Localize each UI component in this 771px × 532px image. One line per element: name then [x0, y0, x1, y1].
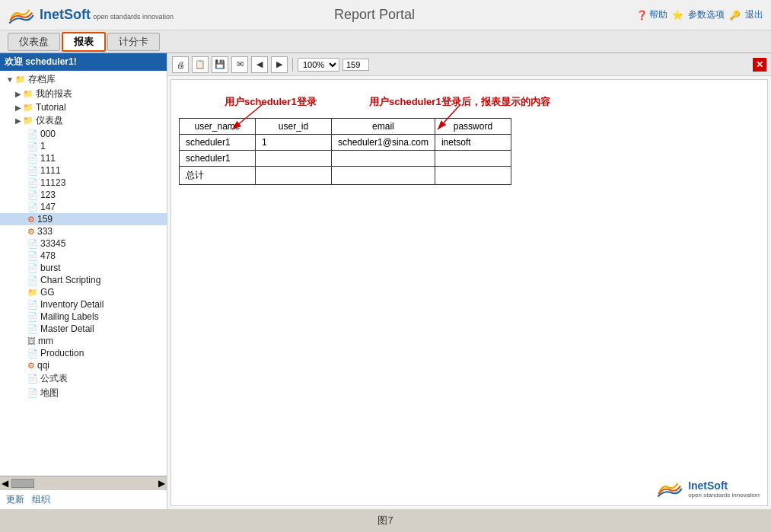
print-button[interactable]: 🖨	[172, 56, 189, 73]
table-row: scheduler1 1 scheduler1@sina.com inetsof…	[180, 135, 511, 151]
item-mailing-label: Mailing Labels	[40, 311, 99, 322]
item-1111-label: 1111	[40, 165, 61, 176]
expand-my-reports[interactable]: ▶	[15, 90, 21, 98]
table-row: 总计	[180, 167, 511, 185]
page-input[interactable]	[342, 59, 369, 71]
save-button[interactable]: 💾	[212, 56, 228, 73]
item-mm-label: mm	[38, 336, 53, 346]
sidebar-item-1111[interactable]: 📄 1111	[0, 164, 167, 177]
item-111-label: 111	[40, 153, 56, 164]
help-link[interactable]: 帮助	[649, 8, 667, 21]
sidebar-item-159[interactable]: ⚙ 159	[0, 213, 167, 225]
footer-caption: 图7	[378, 514, 393, 526]
sidebar-item-000[interactable]: 📄 000	[0, 128, 167, 140]
cell-total-4	[435, 167, 511, 185]
cell-userid-1: 1	[256, 135, 332, 151]
sidebar-item-burst[interactable]: 📄 burst	[0, 262, 167, 274]
item-formula-label: 公式表	[40, 372, 68, 385]
zoom-select[interactable]: 100% 75% 125% 150%	[298, 58, 339, 72]
sidebar-item-mm[interactable]: 🖼 mm	[0, 335, 167, 347]
sidebar-item-111[interactable]: 📄 111	[0, 152, 167, 164]
sidebar-item-11123[interactable]: 📄 11123	[0, 177, 167, 189]
sidebar-item-repo[interactable]: ▼ 📁 存档库	[0, 72, 167, 87]
report-table-container: user_name user_id email password schedul…	[179, 118, 760, 185]
my-reports-label: 我的报表	[36, 88, 72, 100]
item-33345-label: 33345	[40, 238, 65, 249]
inetsoft-logo: InetSoft open standards innovation	[8, 5, 174, 26]
expand-tutorial[interactable]: ▶	[15, 104, 21, 112]
prev-button[interactable]: ◀	[251, 56, 268, 73]
sidebar-item-147[interactable]: 📄 147	[0, 201, 167, 213]
file-icon-chart: 📄	[27, 276, 38, 285]
file-icon-159: ⚙	[27, 215, 35, 225]
sidebar-item-master-detail[interactable]: 📄 Master Detail	[0, 323, 167, 335]
next-button[interactable]: ▶	[271, 56, 288, 73]
logo-sub: open standards innovation	[93, 13, 174, 21]
file-icon-burst: 📄	[27, 263, 38, 273]
cell-username-1: scheduler1	[180, 135, 256, 151]
tab-scorecard[interactable]: 计分卡	[107, 33, 160, 51]
cell-total: 总计	[180, 167, 256, 185]
sidebar-item-33345[interactable]: 📄 33345	[0, 237, 167, 250]
cell-total-3	[332, 167, 435, 185]
item-333-label: 333	[37, 226, 53, 237]
sidebar-item-mailing-labels[interactable]: 📄 Mailing Labels	[0, 311, 167, 323]
refresh-link[interactable]: 更新	[6, 493, 24, 506]
sidebar-item-map[interactable]: 📄 地图	[0, 386, 167, 400]
repo-label: 存档库	[28, 73, 56, 86]
close-button[interactable]: ✕	[753, 58, 766, 72]
scroll-thumb[interactable]	[11, 479, 34, 488]
logo-icon	[8, 5, 35, 26]
sidebar-item-tutorial[interactable]: ▶ 📁 Tutorial	[0, 101, 167, 113]
sidebar-scrollbar[interactable]: ◀ ▶	[0, 476, 167, 489]
cell-password-2	[435, 151, 511, 167]
sidebar-item-qqi[interactable]: ⚙ qqi	[0, 359, 167, 371]
file-icon-000: 📄	[27, 129, 38, 139]
sidebar-header: 欢迎 scheduler1!	[0, 53, 167, 71]
sidebar-item-123[interactable]: 📄 123	[0, 189, 167, 201]
item-burst-label: burst	[40, 263, 61, 273]
sidebar-item-dashboards[interactable]: ▶ 📁 仪表盘	[0, 113, 167, 128]
item-11123-label: 11123	[40, 177, 65, 188]
login-annotation: 用户scheduler1登录	[225, 95, 317, 109]
file-icon-inventory: 📄	[27, 300, 38, 310]
dashboards-label: 仪表盘	[36, 114, 63, 127]
file-icon-qqi: ⚙	[27, 361, 35, 371]
item-000-label: 000	[40, 129, 56, 139]
col-header-email: email	[332, 119, 435, 135]
item-chart-label: Chart Scripting	[40, 275, 100, 285]
scroll-right[interactable]: ▶	[158, 478, 165, 489]
file-icon-111: 📄	[27, 154, 38, 164]
favorites-link[interactable]: 参数选项	[688, 8, 725, 21]
file-icon-master: 📄	[27, 324, 38, 334]
file-icon-map: 📄	[27, 388, 38, 398]
sidebar-item-478[interactable]: 📄 478	[0, 250, 167, 262]
organize-link[interactable]: 组织	[32, 493, 50, 506]
email-button[interactable]: ✉	[231, 56, 248, 73]
sidebar-item-1[interactable]: 📄 1	[0, 140, 167, 152]
cell-email-2	[332, 151, 435, 167]
sidebar-item-333[interactable]: ⚙ 333	[0, 225, 167, 237]
sidebar-tree[interactable]: ▼ 📁 存档库 ▶ 📁 我的报表 ▶ 📁 Tutorial ▶	[0, 71, 167, 476]
pdf-button[interactable]: 📋	[192, 56, 209, 73]
file-icon-147: 📄	[27, 202, 38, 212]
separator	[292, 58, 293, 72]
table-row: scheduler1	[180, 151, 511, 167]
sidebar-item-chart-scripting[interactable]: 📄 Chart Scripting	[0, 274, 167, 286]
sidebar-item-formula-table[interactable]: 📄 公式表	[0, 371, 167, 386]
item-gg-label: GG	[40, 287, 55, 298]
tab-dashboard[interactable]: 仪表盘	[8, 33, 60, 51]
expand-dashboards[interactable]: ▶	[15, 116, 21, 125]
col-header-username: user_name	[180, 119, 256, 135]
expand-repo[interactable]: ▼	[6, 75, 14, 84]
sidebar-item-gg[interactable]: 📁 GG	[0, 286, 167, 298]
file-icon-gg: 📁	[27, 288, 38, 298]
sidebar-item-my-reports[interactable]: ▶ 📁 我的报表	[0, 87, 167, 101]
content-annotation: 用户scheduler1登录后，报表显示的内容	[369, 95, 550, 109]
portal-title: Report Portal	[174, 7, 636, 23]
logout-link[interactable]: 退出	[745, 8, 763, 21]
sidebar-item-production[interactable]: 📄 Production	[0, 347, 167, 359]
tab-report[interactable]: 报表	[62, 32, 106, 52]
scroll-left[interactable]: ◀	[2, 478, 8, 489]
sidebar-item-inventory-detail[interactable]: 📄 Inventory Detail	[0, 298, 167, 311]
